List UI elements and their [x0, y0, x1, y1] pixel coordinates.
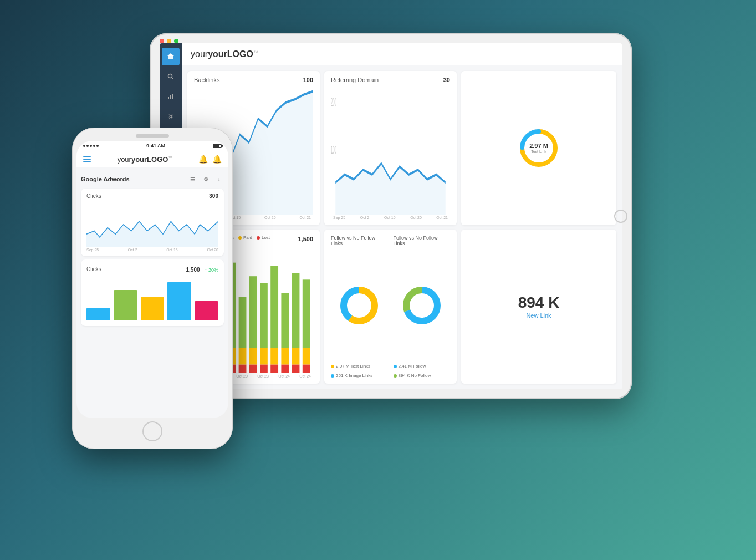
sidebar-icon-settings[interactable]: [162, 108, 180, 125]
svg-rect-28: [239, 365, 247, 373]
new-link-card: 894 K New Link: [461, 230, 616, 384]
new-link-value: 894 K: [518, 294, 560, 312]
svg-rect-0: [168, 55, 173, 59]
new-link-label: New Link: [526, 312, 551, 319]
test-link-center: 2.97 M Test Link: [529, 142, 548, 154]
bar-5: [195, 301, 218, 320]
phone-clicks-badge: ↑ 20%: [205, 267, 218, 273]
window-minimize-dot[interactable]: [167, 39, 171, 43]
follow-right-card: Follow vs No Follow Links: [394, 235, 451, 378]
phone-bar-chart: [86, 277, 218, 322]
phone-battery: [213, 144, 222, 148]
hamburger-icon[interactable]: [83, 156, 91, 162]
follow-right-title: Follow vs No Follow Links: [394, 235, 451, 246]
referring-value: 30: [443, 77, 450, 83]
legend-image-links: 251 K Image Links: [331, 373, 372, 378]
phone-clicks-title: Clicks: [86, 193, 101, 199]
svg-rect-30: [249, 348, 257, 365]
phone-x-labels: Sep 25 Oct 2 Oct 15 Oct 20: [86, 248, 218, 252]
svg-rect-43: [292, 365, 300, 373]
svg-marker-1: [167, 53, 174, 56]
list-icon[interactable]: ☰: [187, 174, 197, 184]
legend-lost: Lost: [257, 235, 270, 240]
phone-device: 9:41 AM youryourLOGO™ 🔔 🔔 Google Adwords: [72, 128, 233, 449]
bar-1: [86, 308, 110, 320]
follow-left-card: Follow vs No Follow Links: [331, 235, 388, 378]
svg-rect-29: [249, 276, 257, 348]
test-link-donut: 2.97 M Test Link: [517, 126, 561, 170]
bar-3: [141, 297, 165, 320]
svg-rect-35: [270, 266, 278, 348]
phone-clicks-line-card: Clicks 300 Sep 25 Oct 2 Oct 15 Oct 20: [81, 189, 224, 256]
phone-nav: youryourLOGO™ 🔔 🔔: [76, 151, 228, 167]
bell-icon[interactable]: 🔔: [198, 155, 208, 164]
phone-screen: 9:41 AM youryourLOGO™ 🔔 🔔 Google Adwords: [76, 141, 228, 418]
test-link-value: 2.97 M: [529, 142, 548, 150]
svg-rect-45: [303, 348, 310, 365]
notification-icon[interactable]: 🔔: [212, 155, 222, 164]
referring-card-header: Referring Domain 30: [331, 77, 450, 83]
svg-rect-36: [270, 348, 278, 365]
phone-clicks-line-header: Clicks 300: [86, 193, 218, 199]
test-link-card: 2.97 M Test Link: [461, 71, 616, 225]
follow-left-title: Follow vs No Follow Links: [331, 235, 388, 246]
test-link-label: Test Link: [529, 150, 548, 154]
svg-rect-41: [292, 273, 300, 348]
svg-rect-27: [239, 348, 247, 365]
svg-line-3: [172, 78, 173, 79]
tablet-content: Backlinks 100 Oct 2 Oct 15 Oct 25 Oct 21: [182, 65, 622, 389]
svg-rect-4: [168, 97, 169, 99]
tablet-home-button[interactable]: [614, 210, 627, 223]
phone-signal: [83, 145, 99, 147]
phone-home-button[interactable]: [142, 421, 162, 441]
filter-icon[interactable]: ⚙: [201, 174, 211, 184]
image-links-dot: [331, 374, 334, 378]
phone-time: 9:41 AM: [146, 143, 165, 149]
phone-notch: [136, 134, 169, 138]
svg-rect-31: [249, 365, 257, 373]
svg-rect-26: [239, 297, 247, 348]
phone-clicks-bar-card: Clicks 1,500 ↑ 20%: [81, 259, 224, 326]
svg-rect-44: [303, 279, 310, 348]
phone-clicks-bar-header: Clicks 1,500 ↑ 20%: [86, 264, 218, 274]
paid-dot: [238, 236, 242, 240]
sidebar-icon-chart[interactable]: [162, 88, 180, 105]
phone-battery-fill: [213, 145, 219, 147]
follow-dot: [394, 365, 397, 368]
phone-nav-icons: 🔔 🔔: [198, 155, 222, 164]
phone-section-icons: ☰ ⚙ ↓: [187, 174, 224, 184]
svg-point-2: [168, 74, 172, 78]
test-links-dot: [331, 365, 334, 368]
sidebar-icon-search[interactable]: [162, 68, 180, 85]
phone-clicks-bar-title: Clicks: [86, 266, 101, 272]
window-close-dot[interactable]: [160, 39, 164, 43]
tablet-main: youryourLOGO™ Backlinks 100: [182, 43, 622, 389]
svg-rect-38: [281, 293, 289, 348]
right-column: 2.97 M Test Link 894 K New Link: [461, 71, 616, 384]
svg-rect-42: [292, 348, 300, 365]
svg-rect-6: [172, 94, 173, 99]
phone-logo: youryourLOGO™: [118, 155, 172, 164]
backlinks-card-header: Backlinks 100: [194, 77, 313, 83]
phone-clicks-bar-value-group: 1,500 ↑ 20%: [186, 264, 219, 274]
legend-paid: Paid: [238, 235, 252, 240]
svg-rect-34: [260, 365, 268, 373]
sidebar-icon-home[interactable]: [162, 48, 180, 65]
svg-text:200: 200: [331, 96, 336, 108]
phone-section-header: Google Adwords ☰ ⚙ ↓: [81, 172, 224, 185]
legend-follow: 2.41 M Follow: [394, 364, 426, 369]
follow-left-legend: 2.97 M Test Links 251 K Image Links: [331, 364, 388, 378]
no-follow-dot: [394, 374, 397, 378]
follow-right-legend: 2.41 M Follow 894 K No Follow: [394, 364, 451, 378]
svg-rect-5: [170, 95, 171, 99]
growth-value: 1,500: [298, 236, 313, 242]
follow-left-donut: [331, 250, 388, 362]
backlinks-title: Backlinks: [194, 77, 219, 83]
backlinks-value: 100: [303, 77, 313, 83]
phone-content: Google Adwords ☰ ⚙ ↓ Clicks 300: [76, 167, 228, 418]
download-icon[interactable]: ↓: [214, 174, 224, 184]
tablet-header: youryourLOGO™: [182, 43, 622, 65]
window-maximize-dot[interactable]: [174, 39, 178, 43]
svg-point-8: [168, 114, 173, 119]
referring-card: Referring Domain 30 200 100 Sep 25 O: [324, 71, 457, 225]
